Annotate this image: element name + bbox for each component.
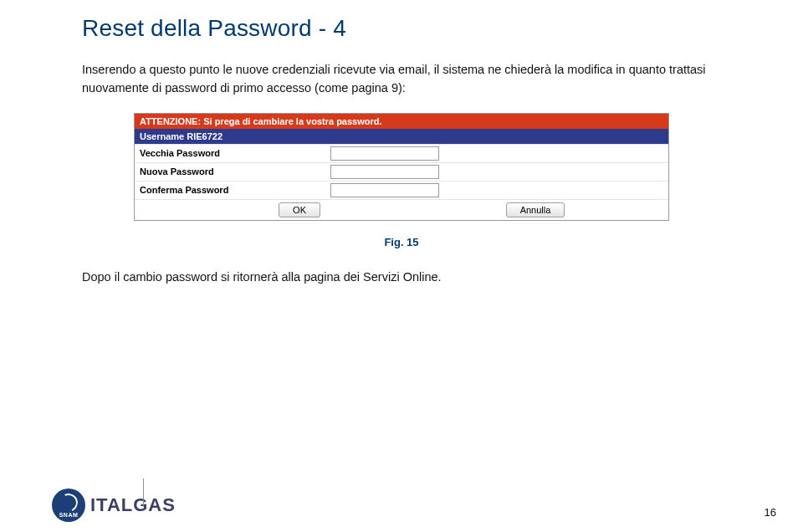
italgas-text: ITALGAS — [90, 494, 176, 516]
username-label: Username — [140, 131, 184, 141]
username-row: Username RIE6722 — [135, 129, 668, 144]
after-paragraph: Dopo il cambio password si ritornerà all… — [0, 248, 803, 284]
page-title: Reset della Password - 4 — [0, 0, 803, 47]
snam-logo-icon: SNAM — [52, 489, 85, 522]
snam-text: SNAM — [59, 512, 79, 518]
attention-banner: ATTENZIONE: Si prega di cambiare la vost… — [135, 114, 668, 129]
intro-paragraph: Inserendo a questo punto le nuove creden… — [0, 47, 803, 98]
new-password-input[interactable] — [330, 165, 439, 179]
cancel-button[interactable]: Annulla — [506, 202, 565, 217]
old-password-label: Vecchia Password — [135, 146, 327, 161]
page-number: 16 — [765, 506, 776, 519]
ok-button[interactable]: OK — [279, 202, 320, 217]
old-password-input[interactable] — [330, 146, 439, 161]
confirm-password-label: Conferma Password — [135, 182, 327, 197]
logo-divider — [143, 478, 144, 507]
confirm-password-input[interactable] — [330, 183, 439, 197]
footer-logo: SNAM ITALGAS — [52, 489, 176, 522]
figure-caption: Fig. 15 — [0, 221, 803, 248]
password-form-screenshot: ATTENZIONE: Si prega di cambiare la vost… — [134, 113, 669, 221]
username-value: RIE6722 — [187, 131, 222, 141]
new-password-label: Nuova Password — [135, 164, 327, 179]
